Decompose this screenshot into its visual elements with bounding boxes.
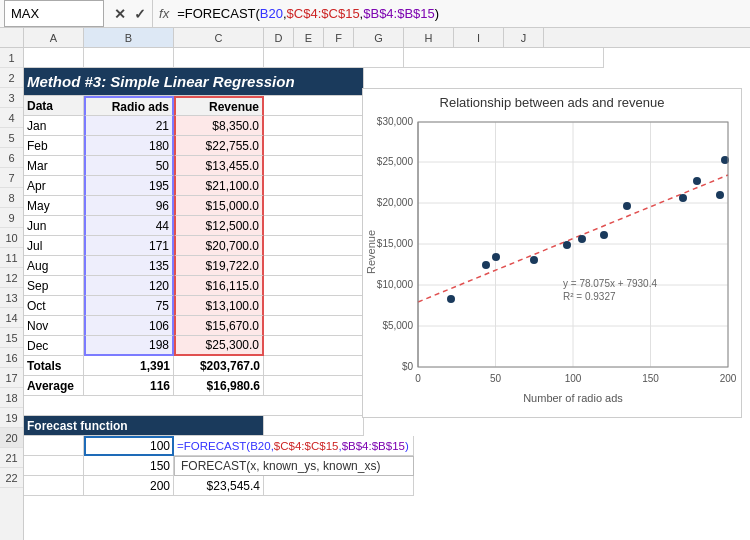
cell-a4[interactable]: Jan — [24, 116, 84, 136]
data-point-may — [563, 241, 571, 249]
cell-b22[interactable]: 200 — [84, 476, 174, 496]
col-header-c: C — [174, 28, 264, 47]
row-num-13: 13 — [0, 288, 23, 308]
cell-de19[interactable] — [264, 416, 364, 436]
cell-c8[interactable]: $15,000.0 — [174, 196, 264, 216]
cell-a20[interactable] — [24, 436, 84, 456]
confirm-icon[interactable]: ✓ — [134, 6, 146, 22]
data-point-aug — [623, 202, 631, 210]
row-num-20: 20 — [0, 428, 23, 448]
data-point-sep — [600, 231, 608, 239]
cell-c4[interactable]: $8,350.0 — [174, 116, 264, 136]
cell-a3[interactable]: Data — [24, 96, 84, 116]
cell-a10[interactable]: Jul — [24, 236, 84, 256]
cell-b5[interactable]: 180 — [84, 136, 174, 156]
col-header-g: G — [354, 28, 404, 47]
row-num-6: 6 — [0, 148, 23, 168]
cell-forecast-header[interactable]: Forecast function — [24, 416, 264, 436]
cell-b20[interactable]: 100 — [84, 436, 174, 456]
cell-c10[interactable]: $20,700.0 — [174, 236, 264, 256]
chart-area: Relationship between ads and revenue Rev… — [362, 88, 742, 418]
cancel-icon[interactable]: ✕ — [114, 6, 126, 22]
cell-c13[interactable]: $13,100.0 — [174, 296, 264, 316]
cell-row18[interactable] — [24, 396, 364, 416]
cell-c20-formula[interactable]: =FORECAST(B20,$C$4:$C$15,$B$4:$B$15) — [174, 436, 414, 456]
cell-b16[interactable]: 1,391 — [84, 356, 174, 376]
cell-a17[interactable]: Average — [24, 376, 84, 396]
cell-b13[interactable]: 75 — [84, 296, 174, 316]
cell-a13[interactable]: Oct — [24, 296, 84, 316]
cell-b4[interactable]: 21 — [84, 116, 174, 136]
cell-b15[interactable]: 198 — [84, 336, 174, 356]
cell-title[interactable]: Method #3: Simple Linear Regression — [24, 68, 364, 96]
cell-c7[interactable]: $21,100.0 — [174, 176, 264, 196]
svg-text:100: 100 — [565, 373, 582, 384]
col-header-b: B — [84, 28, 174, 47]
cell-a16[interactable]: Totals — [24, 356, 84, 376]
cell-a15[interactable]: Dec — [24, 336, 84, 356]
cell-a11[interactable]: Aug — [24, 256, 84, 276]
name-box[interactable]: MAX — [4, 0, 104, 27]
data-point-jun — [482, 261, 490, 269]
cell-c3[interactable]: Revenue — [174, 96, 264, 116]
cell-b12[interactable]: 120 — [84, 276, 174, 296]
cell-a5[interactable]: Feb — [24, 136, 84, 156]
cell-a14[interactable]: Nov — [24, 316, 84, 336]
data-point-jan — [447, 295, 455, 303]
cell-c17[interactable]: $16,980.6 — [174, 376, 264, 396]
cell-def1[interactable] — [264, 48, 404, 68]
cell-b9[interactable]: 44 — [84, 216, 174, 236]
cell-c11[interactable]: $19,722.0 — [174, 256, 264, 276]
formula-bar: MAX ✕ ✓ fx =FORECAST(B20,$C$4:$C$15,$B$4… — [0, 0, 750, 28]
cell-b8[interactable]: 96 — [84, 196, 174, 216]
cell-a7[interactable]: Apr — [24, 176, 84, 196]
svg-text:$20,000: $20,000 — [377, 197, 414, 208]
cell-c9[interactable]: $12,500.0 — [174, 216, 264, 236]
cell-a22[interactable] — [24, 476, 84, 496]
svg-text:0: 0 — [415, 373, 421, 384]
cell-c15[interactable]: $25,300.0 — [174, 336, 264, 356]
cell-de22[interactable] — [264, 476, 414, 496]
row-21: 150 FORECAST(x, known_ys, known_xs) — [24, 456, 750, 476]
row-numbers: 1 2 3 4 5 6 7 8 9 10 11 12 13 14 15 16 1… — [0, 48, 24, 540]
col-header-f: F — [324, 28, 354, 47]
cell-a6[interactable]: Mar — [24, 156, 84, 176]
row-20: 100 =FORECAST(B20,$C$4:$C$15,$B$4:$B$15) — [24, 436, 750, 456]
row-num-9: 9 — [0, 208, 23, 228]
row-num-11: 11 — [0, 248, 23, 268]
cell-b14[interactable]: 106 — [84, 316, 174, 336]
data-point-mar — [492, 253, 500, 261]
cell-c14[interactable]: $15,670.0 — [174, 316, 264, 336]
cell-b21[interactable]: 150 — [84, 456, 174, 476]
cell-b17[interactable]: 116 — [84, 376, 174, 396]
cell-c22[interactable]: $23,545.4 — [174, 476, 264, 496]
cell-b6[interactable]: 50 — [84, 156, 174, 176]
cell-tooltip: FORECAST(x, known_ys, known_xs) — [174, 456, 414, 476]
svg-text:$0: $0 — [402, 361, 414, 372]
cell-c1[interactable] — [174, 48, 264, 68]
cell-c16[interactable]: $203,767.0 — [174, 356, 264, 376]
row-num-12: 12 — [0, 268, 23, 288]
formula-text: =FORECAST(B20,$C$4:$C$15,$B$4:$B$15) — [177, 6, 439, 21]
svg-text:$5,000: $5,000 — [382, 320, 413, 331]
cell-c6[interactable]: $13,455.0 — [174, 156, 264, 176]
spreadsheet-container: A B C D E F G H I J 1 2 3 4 5 6 7 8 9 10… — [0, 28, 750, 540]
cell-a1[interactable] — [24, 48, 84, 68]
row-num-4: 4 — [0, 108, 23, 128]
row-num-17: 17 — [0, 368, 23, 388]
formula-input[interactable]: fx =FORECAST(B20,$C$4:$C$15,$B$4:$B$15) — [152, 0, 750, 27]
cell-a12[interactable]: Sep — [24, 276, 84, 296]
cell-a21[interactable] — [24, 456, 84, 476]
cell-c12[interactable]: $16,115.0 — [174, 276, 264, 296]
row-num-1: 1 — [0, 48, 23, 68]
cell-c5[interactable]: $22,755.0 — [174, 136, 264, 156]
cell-b10[interactable]: 171 — [84, 236, 174, 256]
cell-b7[interactable]: 195 — [84, 176, 174, 196]
cell-b1[interactable] — [84, 48, 174, 68]
cell-a9[interactable]: Jun — [24, 216, 84, 236]
cell-b11[interactable]: 135 — [84, 256, 174, 276]
cell-a8[interactable]: May — [24, 196, 84, 216]
cell-b3[interactable]: Radio ads — [84, 96, 174, 116]
equation-text: y = 78.075x + 7930.4 — [563, 278, 657, 289]
row-num-22: 22 — [0, 468, 23, 488]
